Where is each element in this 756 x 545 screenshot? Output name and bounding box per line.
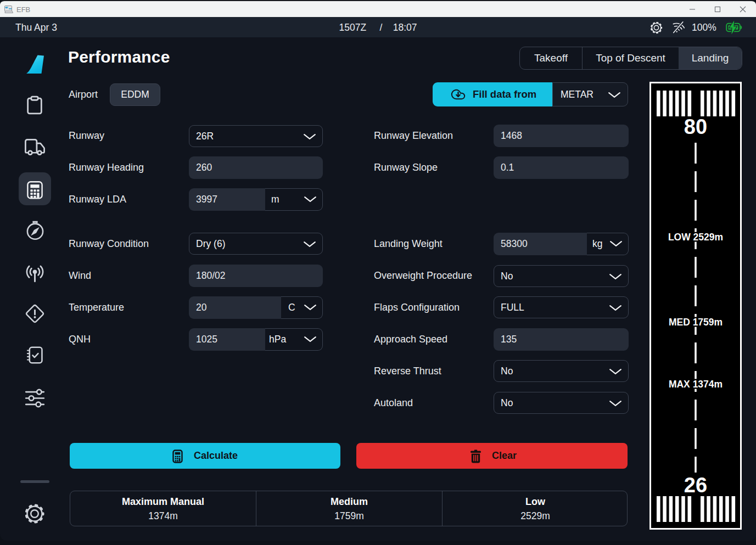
svg-text:LOW 2529m: LOW 2529m	[668, 232, 723, 243]
svg-text:26: 26	[684, 474, 707, 497]
svg-text:MAX 1374m: MAX 1374m	[669, 379, 723, 390]
svg-text:MED 1759m: MED 1759m	[669, 317, 723, 328]
svg-text:80: 80	[684, 115, 707, 138]
